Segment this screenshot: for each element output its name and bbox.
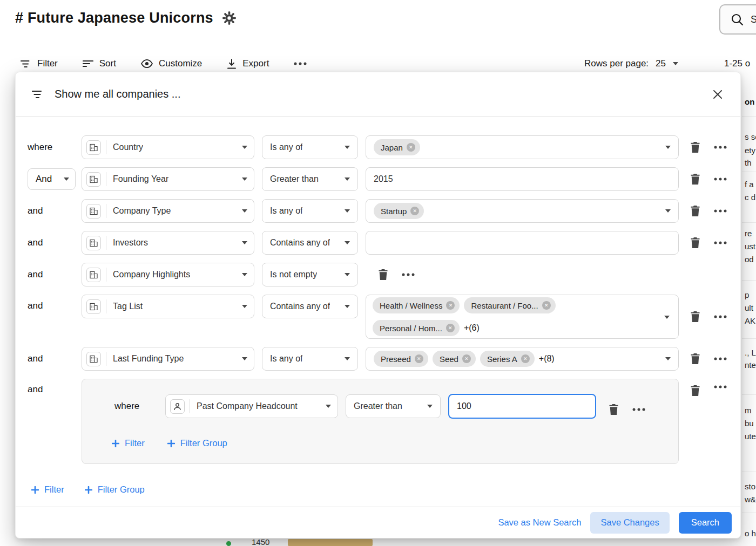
delete-filter-button[interactable] — [691, 353, 700, 364]
search-button[interactable]: S — [719, 4, 756, 35]
value-input[interactable] — [366, 231, 679, 255]
more-options-button[interactable] — [714, 357, 727, 360]
table-text-fragment: od — [745, 255, 754, 264]
value-input[interactable]: 2015 — [366, 167, 679, 191]
more-options-button[interactable] — [714, 178, 727, 181]
delete-filter-button[interactable] — [379, 269, 388, 280]
conjunction-label: and — [28, 206, 43, 216]
attribute-select[interactable]: Country — [82, 135, 254, 159]
attribute-select[interactable]: Investors — [82, 231, 254, 255]
row-divider — [742, 222, 756, 223]
chip-remove-icon[interactable] — [410, 207, 419, 215]
operator-value: Greater than — [354, 401, 402, 411]
table-text-fragment: o h — [745, 529, 756, 538]
more-options-button[interactable] — [714, 315, 727, 318]
operator-value: Greater than — [270, 174, 319, 184]
chip-label: Restaurant / Foo... — [471, 301, 538, 310]
operator-select[interactable]: Is any of — [262, 135, 358, 159]
divider — [106, 172, 106, 186]
delete-filter-button[interactable] — [691, 206, 700, 216]
attribute-select[interactable]: Founding Year — [82, 167, 254, 191]
attribute-select[interactable]: Past Company Headcount — [165, 394, 338, 418]
attribute-select[interactable]: Company Highlights — [82, 263, 254, 286]
operator-select[interactable]: Contains any of — [262, 231, 358, 255]
value-multiselect[interactable]: Preseed Seed Series A +(8) — [366, 347, 679, 371]
chevron-down-icon — [238, 305, 247, 308]
attribute-select[interactable]: Last Funding Type — [82, 347, 254, 371]
operator-select[interactable]: Is any of — [262, 347, 358, 371]
eye-icon — [141, 59, 153, 68]
plus-icon — [31, 486, 39, 494]
filter-row-tag-list: and Tag List Contains any of Health / We… — [28, 295, 732, 339]
search-submit-button[interactable]: Search — [679, 512, 732, 534]
chip-label: Preseed — [381, 354, 411, 364]
operator-select[interactable]: Greater than — [262, 167, 358, 191]
filter-row-investors: and Investors Contains any of — [28, 231, 732, 255]
chip-remove-icon[interactable] — [407, 143, 415, 152]
conjunction-label: and — [28, 353, 43, 364]
add-filter-button[interactable]: Filter — [112, 438, 145, 448]
delete-filter-button[interactable] — [691, 174, 700, 185]
value-multiselect[interactable]: Health / Wellness Restaurant / Foo... Pe… — [366, 295, 679, 339]
delete-filter-button[interactable] — [691, 142, 700, 153]
value-multiselect[interactable]: Japan — [366, 135, 679, 159]
delete-filter-button[interactable] — [609, 404, 618, 415]
conjunction-select[interactable]: And — [28, 168, 76, 190]
selected-chip: Health / Wellness — [373, 297, 460, 313]
company-icon — [86, 299, 101, 314]
chip-label: Personal / Hom... — [380, 324, 442, 333]
operator-select[interactable]: Contains any of — [262, 295, 358, 318]
delete-filter-button[interactable] — [691, 237, 700, 248]
page-title: # Future Japanese Unicorns — [15, 10, 213, 26]
attribute-value: Last Funding Type — [113, 354, 184, 364]
attribute-select[interactable]: Company Type — [82, 199, 254, 223]
row-divider — [742, 394, 756, 395]
table-text-fragment: bu — [745, 419, 754, 428]
attribute-value: Past Company Headcount — [197, 401, 298, 411]
chip-remove-icon[interactable] — [521, 354, 530, 363]
filter-button[interactable]: Filter — [21, 58, 58, 69]
delete-filter-group-button[interactable] — [691, 385, 700, 396]
chip-remove-icon[interactable] — [415, 354, 423, 363]
divider — [106, 352, 106, 366]
operator-select[interactable]: Is not empty — [262, 263, 358, 286]
chip-remove-icon[interactable] — [542, 301, 551, 310]
save-changes-button[interactable]: Save Changes — [590, 512, 669, 534]
sort-button[interactable]: Sort — [83, 58, 116, 69]
kebab-icon — [294, 62, 307, 65]
more-options-button[interactable] — [714, 385, 727, 388]
value-input-focused[interactable]: 100 — [448, 394, 596, 419]
chevron-down-icon — [238, 209, 247, 213]
chip-remove-icon[interactable] — [446, 324, 455, 332]
chip-remove-icon[interactable] — [446, 301, 455, 310]
row-divider — [742, 338, 756, 339]
save-as-new-search-button[interactable]: Save as New Search — [498, 517, 581, 528]
add-filter-button[interactable]: Filter — [31, 484, 64, 495]
attribute-select[interactable]: Tag List — [82, 295, 254, 318]
settings-gear-icon[interactable] — [222, 11, 236, 25]
operator-select[interactable]: Greater than — [346, 394, 441, 418]
more-options-button[interactable] — [714, 146, 727, 149]
more-options-button[interactable] — [402, 273, 415, 276]
export-button[interactable]: Export — [227, 58, 269, 69]
toolbar-more-button[interactable] — [294, 62, 307, 65]
delete-filter-button[interactable] — [691, 311, 700, 322]
operator-select[interactable]: Is any of — [262, 199, 358, 223]
page-header: # Future Japanese Unicorns — [15, 10, 236, 26]
divider — [106, 204, 106, 218]
more-options-button[interactable] — [714, 241, 727, 244]
value-multiselect[interactable]: Startup — [366, 199, 679, 223]
more-options-button[interactable] — [714, 209, 727, 213]
close-icon[interactable] — [711, 88, 724, 101]
add-filter-group-button[interactable]: Filter Group — [167, 438, 227, 448]
company-icon — [86, 204, 101, 219]
conjunction-label: and — [28, 269, 43, 279]
search-label-fragment: S — [751, 14, 756, 25]
customize-button[interactable]: Customize — [141, 58, 202, 69]
chip-remove-icon[interactable] — [462, 354, 471, 363]
selected-chip: Seed — [433, 351, 476, 367]
filter-modal: Show me all companies ... where Country … — [15, 72, 741, 538]
chevron-down-icon — [661, 357, 671, 360]
more-options-button[interactable] — [632, 408, 645, 411]
add-filter-group-button[interactable]: Filter Group — [85, 484, 145, 495]
